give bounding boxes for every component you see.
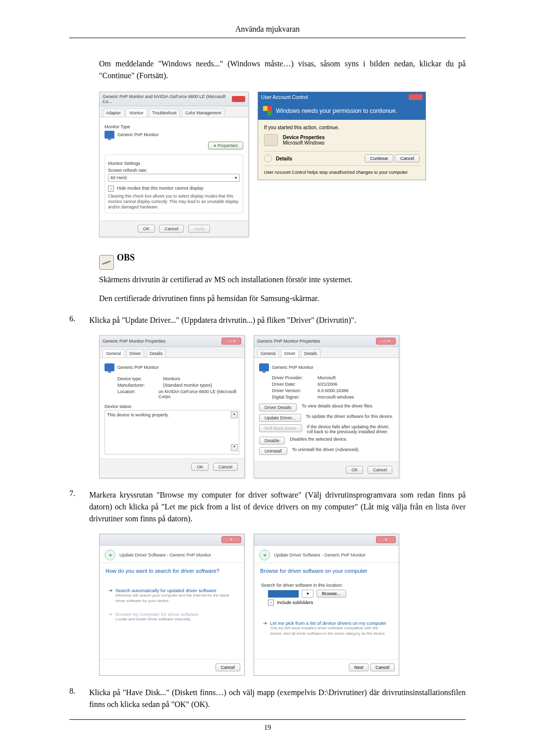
dialog-props-general: Generic PnP Monitor Properties – □ ✕ Gen… [99,335,245,478]
close-icon[interactable]: – □ ✕ [376,338,396,345]
figure-windows-uac: Generic PnP Monitor and NVIDIA GeForce 6… [99,92,466,237]
monitor-icon [105,131,114,139]
monitor-name: Generic PnP Monitor [117,365,159,370]
device-type-value: Monitors [163,376,180,381]
step-number-6: 6. [69,314,79,326]
page-header: Använda mjukvaran [69,25,466,34]
cancel-button[interactable]: Cancel [159,225,184,233]
tab-driver[interactable]: Driver [281,349,299,357]
dialog-title: Generic PnP Monitor Properties [103,339,165,344]
close-icon[interactable]: ✕ [376,536,396,543]
option-browse-computer[interactable]: ➔Browse my computer for driver software … [107,608,237,625]
ok-button[interactable]: OK [346,466,363,474]
wizard-heading: How do you want to search for driver sof… [100,563,244,579]
disable-button[interactable]: Disable [259,437,285,445]
uac-mswin: Microsoft Windows [283,140,325,146]
tab-bar: Adapter Monitor Troubleshoot Color Manag… [100,106,248,117]
tab-general[interactable]: General [257,349,279,357]
device-type-key: Device type: [117,376,157,381]
details-label[interactable]: Details [276,156,292,161]
driver-version-key: Driver Version: [272,388,312,393]
apply-button[interactable]: Apply [188,225,211,233]
refresh-rate-select[interactable]: 60 Hertz ▾ [108,174,240,182]
dialog-title: Generic PnP Monitor and NVIDIA GeForce 6… [103,94,232,104]
option-search-auto-sub: Windows will search your computer and th… [115,593,235,604]
wizard-search-method: ✕ ◄ Update Driver Software - Generic PnP… [99,534,245,676]
close-icon[interactable] [409,94,423,100]
device-status-label: Device status [105,404,239,409]
refresh-rate-value: 60 Hertz [110,175,127,180]
scroll-down-icon[interactable]: ▾ [231,444,238,451]
chevron-down-icon[interactable] [264,154,272,162]
dialog-uac: User Account Control Windows needs your … [258,92,426,180]
option-let-me-pick[interactable]: ➔Let me pick from a list of device drive… [261,617,392,639]
header-rule [69,38,466,38]
cancel-button[interactable]: Cancel [395,154,420,162]
step-6-text: Klicka på "Update Driver..." (Uppdatera … [89,314,466,326]
uninstall-button[interactable]: Uninstall [259,447,287,455]
page-number: 19 [69,719,466,732]
close-icon[interactable]: ✕ [221,536,241,543]
include-subfolders-checkbox[interactable]: ✓ [268,600,274,605]
continue-button[interactable]: Continue [365,154,393,162]
device-properties-icon [264,134,278,146]
driver-details-desc: To view details about the driver files. [302,403,394,408]
hide-modes-note: Clearing this check box allows you to se… [108,194,240,210]
dialog-props-driver: Generic PnP Monitor Properties – □ ✕ Gen… [254,335,399,478]
tab-general[interactable]: General [103,349,124,357]
figure-update-wizard: ✕ ◄ Update Driver Software - Generic PnP… [99,534,466,676]
monitor-icon [105,363,114,371]
tab-details[interactable]: Details [301,349,321,357]
arrow-right-icon: ➔ [263,620,267,626]
uninstall-desc: To uninstall the driver (Advanced). [292,447,394,452]
path-dropdown[interactable]: ▾ [302,590,314,598]
hide-modes-checkbox[interactable]: ✓ [108,186,114,192]
update-driver-desc: To update the driver software for this d… [306,414,394,419]
wizard-browse-location: ✕ ◄ Update Driver Software - Generic PnP… [254,534,399,676]
uac-footer: User Account Control helps stop unauthor… [264,166,420,175]
disable-desc: Disables the selected device. [290,437,394,442]
tab-color-management[interactable]: Color Management [182,108,224,117]
ok-button[interactable]: OK [191,463,209,471]
browse-button[interactable]: Browse... [317,590,346,598]
roll-back-driver-button[interactable]: Roll Back Driver [259,424,302,432]
properties-button[interactable]: ● Properties [208,142,243,150]
driver-provider-value: Microsoft [318,375,336,380]
driver-details-button[interactable]: Driver Details [259,403,297,411]
driver-version-value: 6.0.6000.16386 [318,388,349,393]
refresh-rate-label: Screen refresh rate: [108,168,240,173]
monitor-name: Generic PnP Monitor [117,132,159,137]
location-value: on NVIDIA GeForce 6600 LE (Microsoft Cor… [159,389,239,399]
back-icon[interactable]: ◄ [105,550,115,560]
search-location-label: Search for driver software in this locat… [261,583,392,588]
obs-heading: OBS [117,252,135,263]
cancel-button[interactable]: Cancel [213,463,238,471]
close-icon[interactable]: – □ ✕ [221,338,241,345]
tab-details[interactable]: Details [146,349,166,357]
scroll-up-icon[interactable]: ▴ [231,411,238,418]
chevron-down-icon: ▾ [235,175,237,180]
properties-button-label: Properties [217,143,238,148]
cancel-button[interactable]: Cancel [370,663,395,671]
option-search-auto[interactable]: ➔Search automatically for updated driver… [107,585,237,606]
driver-date-value: 6/21/2006 [318,382,337,387]
intro-paragraph: Om meddelande "Windows needs..." (Window… [99,58,466,82]
device-status-text: This device is working properly. [107,412,169,417]
cancel-button[interactable]: Cancel [215,663,240,671]
path-input[interactable] [268,590,299,598]
update-driver-button[interactable]: Update Driver... [259,414,301,422]
close-icon[interactable] [232,96,245,102]
tab-driver[interactable]: Driver [126,349,145,357]
wizard-heading: Browse for driver software on your compu… [254,563,399,579]
tab-monitor[interactable]: Monitor [126,108,147,117]
cancel-button[interactable]: Cancel [368,466,392,474]
ok-button[interactable]: OK [138,225,155,233]
uac-titlebar: User Account Control [261,95,308,100]
device-status-box: This device is working properly. ▴ ▾ [105,410,239,454]
tab-troubleshoot[interactable]: Troubleshoot [149,108,180,117]
back-icon[interactable]: ◄ [259,550,270,560]
tab-adapter[interactable]: Adapter [103,108,124,117]
monitor-icon [259,363,269,371]
next-button[interactable]: Next [349,663,369,671]
driver-date-key: Driver Date: [272,382,312,387]
